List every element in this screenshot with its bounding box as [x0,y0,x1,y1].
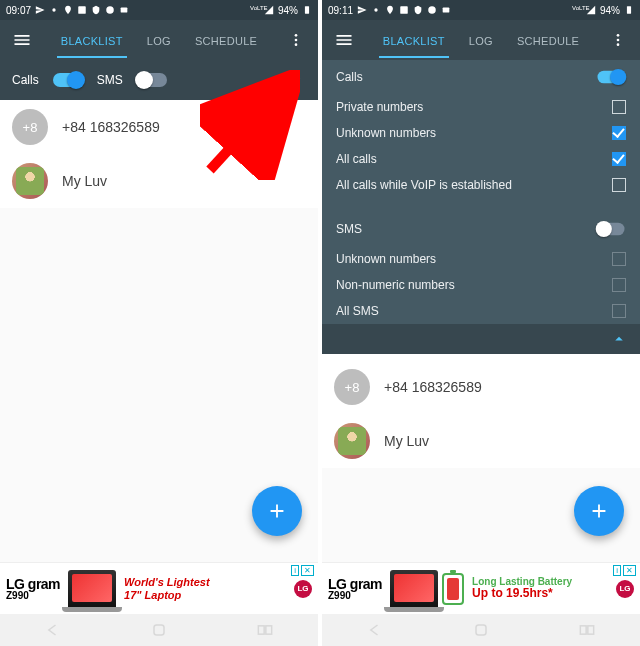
expand-button[interactable] [286,70,306,90]
checkbox[interactable] [612,304,626,318]
avatar: +8 [12,109,48,145]
svg-rect-13 [400,6,408,14]
svg-point-5 [295,34,298,37]
svg-rect-4 [305,6,309,14]
home-button[interactable] [471,620,491,640]
check-icon [427,5,437,15]
collapse-bar[interactable] [322,324,640,354]
list-item[interactable]: +8 +84 168326589 [322,360,640,414]
svg-rect-22 [588,626,594,634]
setting-row[interactable]: All SMS [322,298,640,324]
shield-icon [413,5,423,15]
svg-point-12 [374,8,377,11]
recents-button[interactable] [577,620,597,640]
setting-row[interactable]: All calls while VoIP is established [322,172,640,198]
checkbox[interactable] [612,252,626,266]
tab-blacklist[interactable]: BLACKLIST [371,23,457,57]
avatar: +8 [334,369,370,405]
setting-label: Non-numeric numbers [336,278,455,292]
badge-icon [441,5,451,15]
setting-row[interactable]: Unknown numbers [322,246,640,272]
back-button[interactable] [43,620,63,640]
signal-icon [264,5,274,15]
overflow-button[interactable] [602,32,634,48]
add-button[interactable] [574,486,624,536]
checkbox[interactable] [612,126,626,140]
svg-point-14 [428,6,436,14]
volte-icon: VoLTE [250,5,260,15]
overflow-button[interactable] [280,32,312,48]
tab-blacklist[interactable]: BLACKLIST [49,23,135,57]
adchoices[interactable]: i✕ [613,565,636,576]
setting-row[interactable]: Unknown numbers [322,120,640,146]
tab-log[interactable]: LOG [135,23,183,57]
list-item[interactable]: My Luv [0,154,318,208]
sms-master-toggle[interactable] [598,223,625,236]
svg-rect-15 [443,8,450,13]
menu-button[interactable] [328,30,360,50]
system-navbar [0,614,318,646]
calls-header: Calls [336,70,363,84]
setting-row[interactable]: Non-numeric numbers [322,272,640,298]
chevron-up-icon [610,330,628,348]
home-button[interactable] [149,620,169,640]
ad-brand: LG gram Z990 [6,577,60,601]
send-icon [35,5,45,15]
volte-icon: VoLTE [572,5,582,15]
setting-label: Private numbers [336,100,423,114]
phone-right: 09:11 VoLTE 94% BLACKLIST [322,0,640,646]
hamburger-icon [12,30,32,50]
tab-log[interactable]: LOG [457,23,505,57]
checkbox[interactable] [612,152,626,166]
svg-point-2 [106,6,114,14]
battery-pct: 94% [600,5,620,16]
back-button[interactable] [365,620,385,640]
list-item[interactable]: +8 +84 168326589 [0,100,318,154]
svg-point-19 [617,43,620,46]
setting-row[interactable]: Private numbers [322,94,640,120]
battery-icon [302,5,312,15]
add-button[interactable] [252,486,302,536]
list-item[interactable]: My Luv [322,414,640,468]
avatar [12,163,48,199]
setting-label: Unknown numbers [336,126,436,140]
tab-schedule[interactable]: SCHEDULE [183,23,269,57]
setting-label: All SMS [336,304,379,318]
calls-label: Calls [12,73,39,87]
svg-rect-1 [78,6,86,14]
tab-schedule[interactable]: SCHEDULE [505,23,591,57]
checkbox[interactable] [612,100,626,114]
calls-toggle[interactable] [53,73,83,87]
ad-banner[interactable]: LG gram Z990 Long Lasting Battery Up to … [322,562,640,614]
calls-master-toggle[interactable] [598,71,625,84]
checkbox[interactable] [612,278,626,292]
kebab-icon [610,32,626,48]
svg-rect-11 [266,626,272,634]
lg-badge: LG [616,580,634,598]
contact-list: +8 +84 168326589 My Luv [322,354,640,468]
ad-copy: World's Lightest 17" Laptop [124,576,286,601]
dot-icon [371,5,381,15]
avatar [334,423,370,459]
ad-banner[interactable]: LG gram Z990 World's Lightest 17" Laptop… [0,562,318,614]
sms-toggle[interactable] [137,73,167,87]
svg-rect-20 [476,625,486,635]
status-time: 09:11 [328,5,353,16]
badge-icon [119,5,129,15]
adchoices[interactable]: i✕ [291,565,314,576]
battery-pct: 94% [278,5,298,16]
setting-row[interactable]: All calls [322,146,640,172]
check-icon [105,5,115,15]
svg-rect-9 [154,625,164,635]
system-navbar [322,614,640,646]
recents-button[interactable] [255,620,275,640]
status-bar: 09:11 VoLTE 94% [322,0,640,20]
ad-brand: LG gram Z990 [328,577,382,601]
menu-button[interactable] [6,30,38,50]
status-bar: 09:07 VoLTE 94% [0,0,318,20]
checkbox[interactable] [612,178,626,192]
dot-icon [49,5,59,15]
location-icon [63,5,73,15]
laptop-icon [68,570,116,608]
hamburger-icon [334,30,354,50]
